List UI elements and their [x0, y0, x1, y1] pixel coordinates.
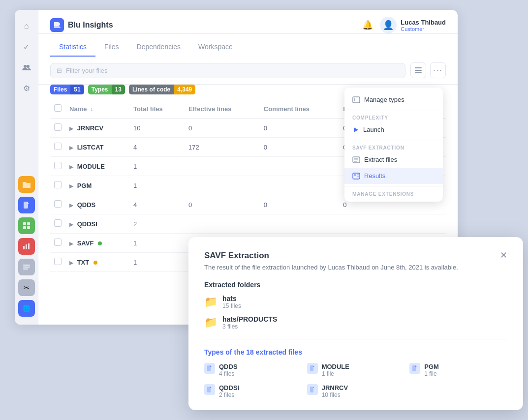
type-qddsi-count: 2 files: [219, 391, 239, 398]
tab-workspace[interactable]: Workspace: [189, 38, 242, 57]
svg-rect-14: [415, 70, 422, 71]
row-comment-lines: 0: [260, 119, 339, 138]
svg-rect-15: [415, 72, 422, 73]
type-icon-jrnrcv: [307, 384, 318, 395]
type-icon-qddsi: [204, 384, 215, 395]
row-total-files: 1: [129, 176, 185, 195]
tab-dependencies[interactable]: Dependencies: [128, 38, 190, 57]
globe-colored-btn[interactable]: 🌐: [18, 300, 35, 317]
modal-close-button[interactable]: ✕: [500, 251, 507, 260]
folder-products-name: hats/PRODUCTS: [222, 315, 277, 323]
type-qddsi-name: QDDSI: [219, 384, 239, 391]
row-expand-icon[interactable]: ▶: [69, 221, 73, 227]
row-comment-lines: [260, 176, 339, 195]
col-comment-lines: Comment lines: [260, 99, 339, 119]
status-orange-dot: [93, 261, 97, 265]
complexity-section-label: COMPLEXITY: [344, 112, 443, 121]
row-checkbox[interactable]: [54, 162, 62, 169]
svg-rect-4: [27, 222, 30, 225]
filter-input-wrap[interactable]: ⊟ Filter your files: [50, 63, 405, 78]
badge-types-label: Types: [88, 85, 112, 94]
svg-marker-18: [354, 127, 358, 132]
users-icon[interactable]: [18, 59, 35, 76]
row-checkbox[interactable]: [54, 123, 62, 131]
file-colored-btn[interactable]: [18, 197, 35, 213]
row-expand-icon[interactable]: ▶: [69, 260, 73, 266]
folder-products-icon: 📁: [204, 316, 217, 329]
row-expand-icon[interactable]: ▶: [69, 240, 73, 246]
type-module-count: 1 file: [322, 370, 349, 377]
row-name: LISTCAT: [77, 144, 104, 151]
types-count: 18: [246, 348, 254, 356]
row-total-files: 4: [129, 195, 185, 214]
layout-icon-btn[interactable]: [410, 62, 426, 78]
grid-colored-btn[interactable]: [18, 217, 35, 234]
folder-colored-btn[interactable]: [18, 176, 35, 193]
type-icon-module: [307, 363, 318, 374]
type-grid: QDDS 4 files MODULE 1 file PGM: [204, 363, 507, 398]
chart-colored-btn[interactable]: [18, 238, 35, 255]
row-checkbox[interactable]: [54, 219, 62, 227]
col-name: Name ↕: [65, 99, 129, 119]
type-item-qdds: QDDS 4 files: [204, 363, 302, 377]
home-icon[interactable]: ⌂: [18, 18, 35, 34]
svg-rect-7: [23, 246, 25, 249]
settings-icon[interactable]: ⚙: [18, 80, 35, 96]
row-comment-lines: 0: [260, 195, 339, 214]
savf-modal: SAVF Extraction ✕ The result of the file…: [188, 237, 523, 410]
svg-rect-6: [27, 226, 30, 229]
svg-rect-10: [23, 265, 30, 266]
row-empty-lines: [339, 214, 404, 234]
check-icon[interactable]: ✓: [18, 38, 35, 55]
launch-item[interactable]: Launch: [344, 121, 443, 138]
row-comment-lines: 0: [260, 138, 339, 157]
row-expand-icon[interactable]: ▶: [69, 183, 73, 189]
tab-statistics[interactable]: Statistics: [50, 38, 95, 57]
row-name: JRNRCV: [77, 124, 103, 132]
row-checkbox[interactable]: [54, 143, 62, 150]
notification-bell-icon[interactable]: 🔔: [362, 20, 373, 30]
type-jrnrcv-count: 10 files: [322, 391, 348, 398]
row-total-files: 2: [129, 214, 185, 234]
row-expand-icon[interactable]: ▶: [69, 164, 73, 170]
row-total-files: 4: [129, 138, 185, 157]
svg-point-0: [24, 65, 27, 68]
tab-files[interactable]: Files: [95, 38, 128, 57]
type-item-qddsi: QDDSI 2 files: [204, 384, 302, 398]
app-name: Blu Insights: [68, 21, 113, 30]
type-item-module: MODULE 1 file: [307, 363, 405, 377]
logo-area: Blu Insights: [50, 18, 113, 32]
toolbar: ⊟ Filter your files ···: [38, 57, 458, 85]
row-checkbox[interactable]: [54, 200, 62, 208]
left-sidebar: ⌂ ✓ ⚙ ✂ 🌐: [15, 10, 38, 325]
row-expand-icon[interactable]: ▶: [69, 202, 73, 208]
type-pgm-count: 1 file: [424, 370, 439, 377]
svg-point-1: [27, 65, 30, 68]
row-expand-icon[interactable]: ▶: [69, 125, 73, 131]
row-checkbox[interactable]: [54, 239, 62, 246]
toolbar-right: ···: [410, 62, 446, 78]
row-expand-icon[interactable]: ▶: [69, 145, 73, 150]
type-icon-qdds: [204, 363, 215, 374]
row-checkbox[interactable]: [54, 181, 62, 188]
type-jrnrcv-name: JRNRCV: [322, 384, 348, 391]
folder-hats-icon: 📁: [204, 296, 217, 308]
nav-tabs: Statistics Files Dependencies Workspace: [38, 38, 458, 57]
table-row[interactable]: ▶ QDDSI 2: [50, 214, 446, 234]
list-colored-btn[interactable]: [18, 259, 35, 275]
extracted-folders-title: Extracted folders: [204, 281, 507, 289]
header-right: 🔔 👤 Lucas Thibaud Customer: [362, 17, 446, 33]
scissors-colored-btn[interactable]: ✂: [18, 279, 35, 296]
select-all-checkbox[interactable]: [54, 104, 62, 112]
extract-files-item[interactable]: Extract files: [344, 151, 443, 168]
row-checkbox[interactable]: [54, 258, 62, 265]
more-icon-btn[interactable]: ···: [430, 62, 446, 78]
manage-types-item[interactable]: Manage types: [344, 91, 443, 108]
launch-label: Launch: [363, 126, 384, 133]
header: Blu Insights 🔔 👤 Lucas Thibaud Customer: [38, 10, 458, 34]
user-text: Lucas Thibaud Customer: [401, 19, 446, 32]
folder-hats-name: hats: [222, 295, 241, 302]
results-item[interactable]: Results: [344, 168, 443, 184]
row-effective-lines: [185, 214, 260, 234]
badge-files-label: Files: [50, 85, 70, 94]
